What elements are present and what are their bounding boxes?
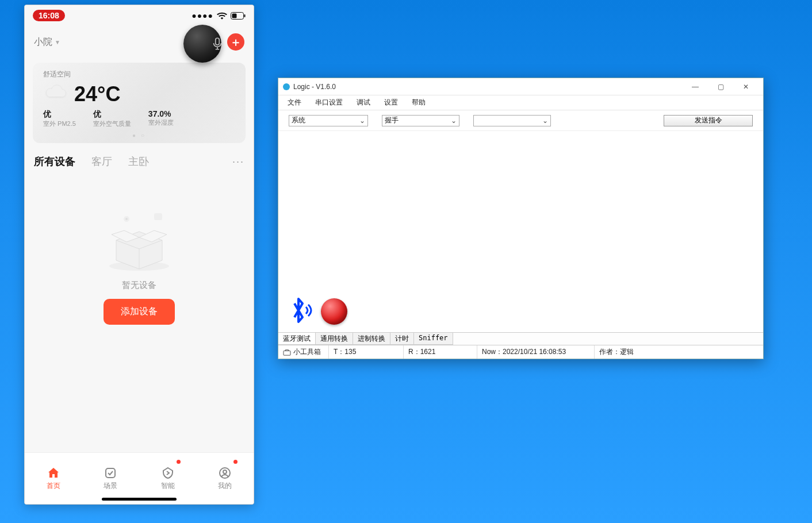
aqi-label: 室外空气质量 xyxy=(93,120,131,128)
status-led xyxy=(321,298,347,325)
content-area xyxy=(278,131,763,332)
maximize-button[interactable]: ▢ xyxy=(708,79,733,95)
phone-topbar: 小院 ▼ ＋ xyxy=(25,26,254,58)
app-icon xyxy=(283,83,290,90)
wifi-icon xyxy=(217,11,227,20)
status-bar: 16:08 ●●●● xyxy=(25,5,254,26)
status-bar: 小工具箱 T：135 R：1621 Now：2022/10/21 16:08:5… xyxy=(278,345,763,359)
status-rx: R：1621 xyxy=(404,345,477,359)
combo-category-value: 系统 xyxy=(292,116,305,125)
tab-all-devices[interactable]: 所有设备 xyxy=(34,155,75,168)
home-name: 小院 xyxy=(34,36,52,48)
menu-help[interactable]: 帮助 xyxy=(406,97,431,109)
tab-general-convert[interactable]: 通用转换 xyxy=(316,333,353,345)
nav-mine-label: 我的 xyxy=(218,481,232,491)
chevron-down-icon: ⌄ xyxy=(359,117,365,125)
tabs-more-button[interactable]: ··· xyxy=(232,156,244,168)
title-bar[interactable]: Logic - V1.6.0 — ▢ ✕ xyxy=(278,78,763,95)
combo-param[interactable]: ⌄ xyxy=(473,115,551,126)
close-button[interactable]: ✕ xyxy=(733,79,759,95)
nav-mine[interactable]: 我的 xyxy=(197,453,254,504)
status-time: 16:08 xyxy=(33,10,65,21)
combo-category[interactable]: 系统⌄ xyxy=(289,115,368,126)
page-dots: ● ○ xyxy=(43,132,235,139)
minimize-button[interactable]: — xyxy=(683,79,708,95)
scene-icon xyxy=(104,466,117,480)
status-tx: T：135 xyxy=(329,345,404,359)
menu-serial[interactable]: 串口设置 xyxy=(309,97,348,109)
smart-icon xyxy=(161,466,175,480)
command-toolbar: 系统⌄ 握手⌄ ⌄ 发送指令 xyxy=(278,110,763,131)
nav-home[interactable]: 首页 xyxy=(25,453,82,504)
phone-frame: 16:08 ●●●● 小院 ▼ ＋ 舒适空间 24° xyxy=(24,5,254,505)
status-now: Now：2022/10/21 16:08:53 xyxy=(477,345,595,359)
bluetooth-icon xyxy=(285,295,313,328)
nav-scene[interactable]: 场景 xyxy=(82,453,140,504)
svg-rect-7 xyxy=(154,213,162,220)
nav-smart-label: 智能 xyxy=(161,481,175,491)
chevron-down-icon: ⌄ xyxy=(451,117,457,125)
menu-file[interactable]: 文件 xyxy=(282,97,307,109)
pm25-label: 室外 PM2.5 xyxy=(43,120,76,128)
nav-smart[interactable]: 智能 xyxy=(139,453,197,504)
tab-sniffer[interactable]: Sniffer xyxy=(414,333,453,345)
badge-dot xyxy=(177,460,181,464)
weather-stats: 优室外 PM2.5 优室外空气质量 37.0%室外湿度 xyxy=(43,109,235,128)
status-toolbox[interactable]: 小工具箱 xyxy=(278,345,329,359)
add-button[interactable]: ＋ xyxy=(227,33,244,51)
cloud-icon xyxy=(43,84,67,104)
toolbox-icon xyxy=(283,349,291,356)
window-title: Logic - V1.6.0 xyxy=(293,83,336,91)
home-selector[interactable]: 小院 ▼ xyxy=(34,36,60,48)
send-command-button[interactable]: 发送指令 xyxy=(664,115,753,126)
humidity-label: 室外湿度 xyxy=(148,118,174,127)
aqi-value: 优 xyxy=(93,109,131,120)
home-icon xyxy=(47,466,60,480)
signal-icon: ●●●● xyxy=(191,11,213,20)
home-indicator[interactable] xyxy=(102,498,177,501)
device-tabs: 所有设备 客厅 主卧 ··· xyxy=(25,149,254,174)
battery-icon xyxy=(231,12,246,20)
tab-bluetooth-test[interactable]: 蓝牙测试 xyxy=(278,333,316,345)
tab-timer[interactable]: 计时 xyxy=(390,333,414,345)
svg-rect-8 xyxy=(106,468,115,478)
tab-radix-convert[interactable]: 进制转换 xyxy=(353,333,390,345)
svg-rect-1 xyxy=(232,13,237,18)
add-device-button[interactable]: 添加设备 xyxy=(104,299,175,325)
nav-home-label: 首页 xyxy=(47,481,60,491)
weather-temp: 24°C xyxy=(74,82,120,106)
tab-bedroom[interactable]: 主卧 xyxy=(128,155,149,168)
nav-scene-label: 场景 xyxy=(104,481,117,491)
weather-card[interactable]: 舒适空间 24°C 优室外 PM2.5 优室外空气质量 37.0%室外湿度 ● … xyxy=(33,63,246,143)
empty-text: 暂无设备 xyxy=(122,280,156,291)
chevron-down-icon: ▼ xyxy=(55,39,60,45)
menu-bar: 文件 串口设置 调试 设置 帮助 xyxy=(278,95,763,110)
svg-rect-2 xyxy=(244,14,246,17)
bottom-nav: 首页 场景 智能 我的 xyxy=(25,452,254,504)
tab-living-room[interactable]: 客厅 xyxy=(91,155,112,168)
menu-debug[interactable]: 调试 xyxy=(351,97,376,109)
status-author: 作者：逻辑 xyxy=(595,345,763,359)
humidity-value: 37.0% xyxy=(148,109,174,118)
svg-point-6 xyxy=(125,218,128,220)
menu-settings[interactable]: 设置 xyxy=(378,97,404,109)
badge-dot xyxy=(233,460,238,464)
weather-label: 舒适空间 xyxy=(43,70,235,79)
logic-app-window: Logic - V1.6.0 — ▢ ✕ 文件 串口设置 调试 设置 帮助 系统… xyxy=(278,78,764,359)
chevron-down-icon: ⌄ xyxy=(542,117,548,125)
combo-command[interactable]: 握手⌄ xyxy=(382,115,459,126)
user-icon xyxy=(218,466,232,480)
bottom-tabs: 蓝牙测试 通用转换 进制转换 计时 Sniffer xyxy=(278,332,763,345)
empty-box-icon xyxy=(99,209,179,272)
voice-assist-button[interactable] xyxy=(183,25,221,63)
empty-state: 暂无设备 添加设备 xyxy=(25,174,254,452)
pm25-value: 优 xyxy=(43,109,76,120)
svg-rect-11 xyxy=(284,351,290,355)
combo-command-value: 握手 xyxy=(385,116,399,125)
svg-point-10 xyxy=(223,470,227,474)
